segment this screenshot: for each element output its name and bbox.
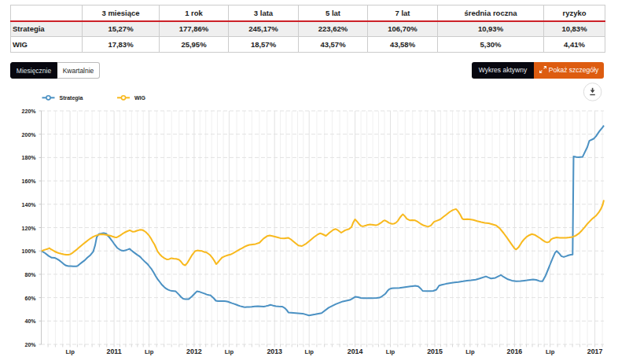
svg-text:WIG: WIG bbox=[134, 95, 146, 101]
svg-text:Lip: Lip bbox=[386, 348, 395, 355]
svg-text:2012: 2012 bbox=[186, 347, 202, 355]
svg-text:Lip: Lip bbox=[65, 348, 75, 355]
svg-text:2017: 2017 bbox=[587, 347, 603, 355]
svg-text:60%: 60% bbox=[24, 296, 36, 301]
svg-text:Lip: Lip bbox=[145, 348, 154, 355]
svg-text:2011: 2011 bbox=[107, 347, 122, 355]
svg-text:200%: 200% bbox=[22, 132, 37, 138]
svg-text:2014: 2014 bbox=[348, 347, 363, 355]
svg-text:2013: 2013 bbox=[267, 347, 282, 355]
svg-text:140%: 140% bbox=[22, 202, 37, 208]
svg-text:20%: 20% bbox=[24, 342, 36, 347]
svg-text:Lip: Lip bbox=[305, 348, 315, 355]
svg-text:Lip: Lip bbox=[225, 348, 234, 355]
svg-text:2016: 2016 bbox=[507, 347, 523, 355]
svg-text:Lip: Lip bbox=[546, 348, 555, 355]
svg-text:220%: 220% bbox=[22, 108, 37, 114]
svg-text:160%: 160% bbox=[22, 178, 37, 184]
svg-text:Lip: Lip bbox=[465, 348, 475, 355]
svg-text:100%: 100% bbox=[22, 248, 37, 254]
svg-text:40%: 40% bbox=[24, 318, 36, 324]
svg-text:Strategia: Strategia bbox=[60, 95, 83, 101]
svg-text:120%: 120% bbox=[22, 226, 37, 231]
svg-text:180%: 180% bbox=[22, 155, 37, 160]
svg-text:2015: 2015 bbox=[427, 347, 443, 355]
svg-text:80%: 80% bbox=[24, 272, 36, 278]
